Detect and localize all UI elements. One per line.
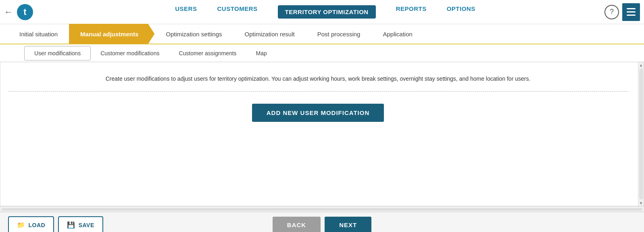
footer: 📁 LOAD 💾 SAVE BACK NEXT [0, 212, 644, 232]
tab-application[interactable]: Application [371, 24, 423, 44]
horizontal-scroll-track [2, 208, 642, 211]
nav-reports[interactable]: REPORTS [396, 5, 427, 19]
back-arrow-icon[interactable]: ← [4, 7, 13, 17]
nav-customers[interactable]: CUSTOMERS [217, 5, 257, 19]
load-icon: 📁 [17, 221, 25, 229]
content-scrollbar: ▲ ▼ [638, 62, 644, 206]
tab-map[interactable]: Map [246, 46, 277, 61]
load-button[interactable]: 📁 LOAD [8, 216, 54, 232]
tab-customer-modifications[interactable]: Customer modifications [91, 46, 169, 61]
app-logo[interactable]: t [16, 3, 34, 21]
secondary-tabs: User modifications Customer modification… [0, 44, 644, 62]
nav-users[interactable]: USERS [175, 5, 197, 19]
save-button[interactable]: 💾 SAVE [58, 216, 103, 232]
add-new-user-modification-button[interactable]: ADD NEW USER MODIFICATION [252, 104, 384, 122]
header-right: ? [604, 3, 640, 21]
save-label: SAVE [79, 222, 94, 228]
tab-post-processing[interactable]: Post processing [306, 24, 372, 44]
load-label: LOAD [29, 222, 46, 228]
menu-button[interactable] [622, 3, 640, 21]
tab-optimization-settings[interactable]: Optimization settings [154, 24, 233, 44]
footer-center: BACK NEXT [219, 217, 425, 232]
footer-left: 📁 LOAD 💾 SAVE [8, 216, 214, 232]
scrollbar-down-arrow[interactable]: ▼ [638, 200, 644, 206]
description-text: Create user modifications to adjust user… [76, 74, 560, 83]
tab-customer-assignments[interactable]: Customer assignments [169, 46, 246, 61]
add-btn-wrapper: ADD NEW USER MODIFICATION [8, 104, 627, 122]
main-nav: USERS CUSTOMERS TERRITORY OPTIMIZATION R… [46, 5, 604, 19]
next-button[interactable]: NEXT [325, 217, 371, 232]
primary-tabs: Initial situation Manual adjustments Opt… [0, 24, 644, 44]
scrollbar-up-arrow[interactable]: ▲ [638, 62, 644, 68]
svg-text:t: t [23, 7, 27, 17]
tab-initial-situation[interactable]: Initial situation [8, 24, 69, 44]
tab-optimization-result[interactable]: Optimization result [233, 24, 306, 44]
tab-manual-adjustments[interactable]: Manual adjustments [69, 24, 154, 44]
tab-user-modifications[interactable]: User modifications [24, 46, 91, 61]
scrollbar-track [639, 69, 643, 199]
header: ← t USERS CUSTOMERS TERRITORY OPTIMIZATI… [0, 0, 644, 24]
content-area: Create user modifications to adjust user… [0, 62, 644, 206]
nav-territory-optimization[interactable]: TERRITORY OPTIMIZATION [278, 5, 376, 19]
horizontal-scrollbar [0, 206, 644, 212]
content-inner: Create user modifications to adjust user… [0, 62, 644, 206]
nav-options[interactable]: OPTIONS [447, 5, 475, 19]
save-icon: 💾 [67, 221, 75, 229]
help-icon[interactable]: ? [604, 5, 619, 19]
back-button[interactable]: BACK [273, 217, 321, 232]
dashed-divider [8, 91, 627, 92]
